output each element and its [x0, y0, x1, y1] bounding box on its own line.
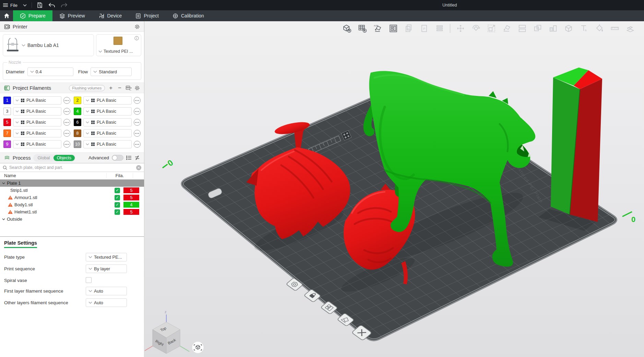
tab-project[interactable]: Project — [129, 10, 166, 21]
filament-more-button[interactable]: ••• — [63, 130, 70, 137]
scale-button[interactable] — [485, 22, 498, 35]
collapse-icon[interactable] — [0, 218, 7, 220]
advanced-toggle[interactable] — [112, 155, 123, 161]
filament-select[interactable]: PLA Basic — [13, 118, 61, 126]
arrange-button[interactable] — [387, 22, 399, 35]
filament-color-swatch[interactable]: 6 — [74, 119, 81, 126]
filament-more-button[interactable]: ••• — [63, 97, 70, 104]
split-to-parts-button[interactable] — [532, 22, 544, 35]
tree-row-object[interactable]: Body1.stl ✓ 4 — [0, 201, 144, 208]
filament-select[interactable]: PLA Basic — [13, 107, 61, 115]
filament-color-swatch[interactable]: 8 — [74, 130, 81, 137]
filament-select[interactable]: PLA Basic — [83, 129, 132, 137]
tree-row-outside[interactable]: Outside — [0, 216, 144, 223]
spiral-vase-checkbox[interactable] — [86, 277, 92, 283]
lay-on-face-button[interactable] — [501, 22, 513, 35]
tab-prepare[interactable]: Prepare — [13, 10, 52, 21]
print-sequence-select[interactable]: By layer — [86, 264, 127, 273]
filament-more-button[interactable]: ••• — [63, 119, 70, 126]
mesh-boolean-button[interactable] — [562, 22, 575, 35]
visibility-checkbox[interactable]: ✓ — [115, 209, 120, 215]
tree-row-object[interactable]: Armour1.stl ✓ 5 — [0, 194, 144, 201]
clear-search-icon[interactable]: ✕ — [136, 165, 141, 170]
search-input[interactable] — [9, 165, 134, 170]
3d-viewport[interactable]: AUTO 0 P a — [145, 21, 644, 357]
tab-preview[interactable]: Preview — [52, 10, 92, 21]
filament-color-swatch[interactable]: 4 — [74, 108, 81, 115]
undo-button[interactable] — [46, 0, 58, 10]
collapse-icon[interactable] — [0, 182, 7, 184]
filament-badge[interactable]: 4 — [123, 202, 139, 208]
filament-select[interactable]: PLA Basic — [83, 96, 132, 104]
plate-select[interactable]: Textured PEI ... — [96, 34, 141, 56]
filament-more-button[interactable]: ••• — [134, 119, 141, 126]
filament-settings-button[interactable] — [134, 85, 140, 91]
filament-color-swatch[interactable]: 3 — [3, 108, 11, 115]
visibility-checkbox[interactable]: ✓ — [115, 202, 120, 208]
filament-select[interactable]: PLA Basic — [13, 129, 61, 137]
first-layer-sequence-select[interactable]: Auto — [86, 287, 127, 295]
filament-more-button[interactable]: ••• — [63, 108, 70, 115]
filament-badge[interactable]: 5 — [123, 209, 139, 215]
copy-button[interactable]: 0 — [403, 22, 415, 35]
filament-select[interactable]: PLA Basic — [13, 140, 61, 148]
filament-color-swatch[interactable]: 2 — [74, 97, 81, 104]
filament-more-button[interactable]: ••• — [63, 141, 70, 148]
filament-select[interactable]: PLA Basic — [83, 140, 132, 148]
tree-row-plate[interactable]: Plate 1 — [0, 180, 144, 187]
filament-color-swatch[interactable]: 10 — [74, 140, 81, 148]
rotate-button[interactable] — [470, 22, 482, 35]
compare-presets-icon[interactable] — [134, 155, 140, 160]
printer-settings-button[interactable] — [134, 24, 140, 29]
filament-select[interactable]: PLA Basic — [83, 118, 132, 126]
filament-select[interactable]: PLA Basic — [83, 107, 132, 115]
filament-more-button[interactable]: ••• — [134, 130, 141, 137]
nozzle-diameter-select[interactable]: 0.4 — [27, 67, 73, 76]
filament-color-swatch[interactable]: 7 — [3, 130, 11, 137]
remove-filament-button[interactable]: − — [117, 85, 123, 91]
tree-row-object[interactable]: Helmet1.stl ✓ 5 — [0, 208, 144, 216]
tab-calibration[interactable]: Calibration — [166, 10, 211, 21]
other-layers-sequence-select[interactable]: Auto — [86, 298, 127, 307]
info-icon[interactable] — [134, 36, 139, 41]
redo-button[interactable] — [58, 0, 70, 10]
add-object-button[interactable] — [341, 22, 353, 35]
visibility-checkbox[interactable]: ✓ — [115, 188, 120, 193]
add-plate-button[interactable] — [356, 22, 369, 35]
model-strip-tower[interactable] — [551, 67, 602, 222]
add-text-button[interactable]: a — [578, 22, 590, 35]
filament-badge[interactable]: 5 — [123, 187, 139, 193]
filament-more-button[interactable]: ••• — [134, 97, 141, 104]
filament-badge[interactable]: 5 — [123, 195, 139, 200]
printer-select[interactable]: Bambu Lab A1 — [3, 34, 94, 56]
flow-select[interactable]: Standard — [91, 67, 132, 76]
filament-color-swatch[interactable]: 1 — [3, 97, 11, 104]
save-button[interactable] — [34, 0, 46, 10]
visibility-checkbox[interactable]: ✓ — [115, 195, 120, 200]
filament-color-swatch[interactable]: 9 — [3, 140, 11, 148]
navigation-cube[interactable]: z Top Right Back — [145, 310, 189, 354]
view-list-icon[interactable] — [126, 156, 132, 160]
measure-button[interactable] — [609, 22, 621, 35]
flushing-volumes-button[interactable]: Flushing volumes — [69, 85, 105, 91]
assembly-view-button[interactable] — [624, 22, 636, 35]
auto-orient-button[interactable]: AUTO — [372, 22, 384, 35]
color-painting-button[interactable] — [593, 22, 606, 35]
paste-button[interactable]: P — [418, 22, 430, 35]
process-objects-option[interactable]: Objects — [53, 155, 75, 161]
fit-view-button[interactable] — [192, 342, 204, 353]
scene-canvas[interactable]: Textured PEI Plate — [145, 21, 644, 357]
variable-layer-height-button[interactable] — [547, 22, 559, 35]
filament-more-button[interactable]: ••• — [134, 108, 141, 115]
tree-row-object[interactable]: Strip1.stl ✓ 5 — [0, 187, 144, 194]
plate-type-select[interactable]: Textured PE... — [86, 253, 127, 261]
file-menu[interactable]: File — [0, 0, 20, 10]
process-global-option[interactable]: Global — [34, 155, 53, 161]
layers-editing-button[interactable] — [433, 22, 446, 35]
move-button[interactable] — [454, 22, 467, 35]
add-filament-button[interactable]: + — [108, 85, 114, 91]
filament-color-swatch[interactable]: 5 — [3, 119, 11, 126]
split-to-objects-button[interactable] — [516, 22, 528, 35]
tab-device[interactable]: Device — [92, 10, 129, 21]
filament-select[interactable]: PLA Basic — [13, 96, 61, 104]
